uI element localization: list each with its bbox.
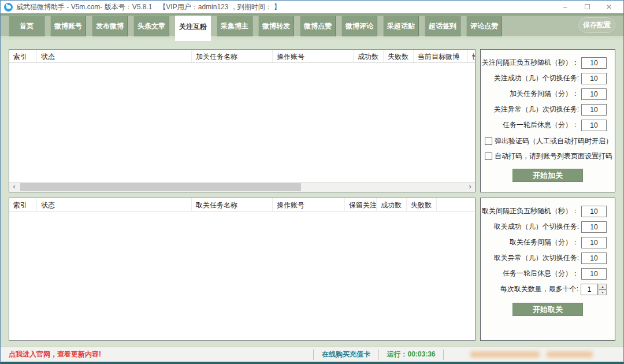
window-title: 威武猫微博助手 - V5m.com- 版本号：V5.8.1 【VIP用户：adm…	[16, 2, 281, 12]
scrollbar-track[interactable]	[19, 183, 465, 192]
column-header[interactable]: 取关任务名称	[192, 198, 273, 211]
follow-field-row: 任务一轮后休息（分）：	[481, 119, 607, 131]
maximize-icon	[585, 4, 590, 9]
column-header[interactable]: 成功数	[377, 198, 407, 211]
tab-comment-like[interactable]: 评论点赞	[466, 16, 502, 36]
unfollow-start-button[interactable]: 开始取关	[512, 303, 583, 316]
column-header[interactable]: 状态	[37, 50, 192, 62]
censored-text	[444, 351, 623, 358]
tab-weibo-repost[interactable]: 微博转发	[258, 16, 294, 36]
unfollow-settings-panel: 取关间隔正负五秒随机（秒）：取关成功（几）个切换任务:取关任务间隔（分）：取关异…	[480, 198, 615, 341]
unfollow-value-input[interactable]	[581, 252, 607, 264]
censored-bar	[547, 351, 593, 358]
checkbox-label: 自动打码，请到账号列表页面设置打码	[495, 151, 612, 161]
column-header[interactable]: 操作账号	[273, 198, 345, 211]
unfollow-field-row: 任务一轮后休息（分）：	[481, 268, 607, 280]
field-label: 关注异常（几）次切换任务:	[494, 105, 579, 114]
stepper-up-icon[interactable]: ▲	[599, 284, 607, 289]
field-label: 取关间隔正负五秒随机（秒）：	[482, 206, 579, 216]
follow-field-row: 关注异常（几）次切换任务:	[481, 103, 607, 116]
column-header[interactable]: 索引	[9, 50, 37, 62]
field-label: 关注成功（几）个切换任务:	[494, 73, 579, 83]
column-header[interactable]: 当前目标微博	[414, 50, 468, 62]
follow-value-input[interactable]	[581, 73, 607, 84]
run-timer: 运行：00:03:36	[379, 350, 443, 359]
scroll-left-icon[interactable]: ‹	[9, 183, 19, 192]
tab-bar: 首页微博账号发布微博头条文章关注互粉采集博主微博转发微博点赞微博评论采超话贴超话…	[1, 13, 623, 41]
run-label: 运行：	[387, 350, 407, 358]
stepper-down-icon[interactable]: ▼	[599, 289, 607, 295]
unfollow-field-row: 取关间隔正负五秒随机（秒）：	[481, 205, 607, 217]
follow-checkbox-row: 弹出验证码（人工或自动打码时开启）	[485, 136, 615, 146]
field-label: 关注间隔正负五秒随机（秒）：	[482, 58, 579, 68]
tables-column: 索引状态加关任务名称操作账号成功数失败数当前目标微博性别 ‹ › 索引状态取关任…	[9, 49, 476, 341]
follow-value-input[interactable]	[581, 120, 607, 131]
scrollbar-thumb[interactable]	[20, 183, 301, 191]
follow-value-input[interactable]	[581, 57, 607, 69]
follow-checkbox[interactable]	[485, 153, 492, 160]
follow-task-table: 索引状态加关任务名称操作账号成功数失败数当前目标微博性别 ‹ ›	[9, 49, 476, 192]
follow-settings-panel: 关注间隔正负五秒随机（秒）：关注成功（几）个切换任务:加关任务间隔（分）：关注异…	[480, 49, 615, 192]
unfollow-task-table: 索引状态取关任务名称操作账号保留关注成功数失败数	[9, 198, 476, 341]
scroll-right-icon[interactable]: ›	[465, 183, 475, 192]
follow-table-body	[9, 63, 475, 192]
minimize-button[interactable]: –	[554, 1, 576, 13]
column-header[interactable]: 成功数	[354, 50, 384, 62]
field-label: 取关成功（几）个切换任务:	[494, 222, 579, 232]
window-controls: – ✕	[554, 1, 620, 13]
follow-value-input[interactable]	[581, 104, 607, 116]
column-header[interactable]: 加关任务名称	[192, 50, 273, 62]
unfollow-value-input[interactable]	[581, 268, 607, 280]
follow-start-button[interactable]: 开始加关	[512, 169, 583, 182]
column-header[interactable]: 失败数	[407, 198, 437, 211]
unfollow-field-row: 每次取关数量，最多十个:▲▼	[481, 283, 607, 295]
field-label: 每次取关数量，最多十个:	[500, 284, 578, 294]
tab-collect-supertopic-post[interactable]: 采超话贴	[383, 16, 419, 36]
official-site-link[interactable]: 点我进入官网，查看更新内容!	[9, 350, 101, 358]
app-window: 威武猫微博助手 - V5m.com- 版本号：V5.8.1 【VIP用户：adm…	[0, 0, 624, 364]
tab-headline-article[interactable]: 头条文章	[133, 16, 169, 36]
follow-checkbox-row: 自动打码，请到账号列表页面设置打码	[485, 151, 615, 161]
checkbox-label: 弹出验证码（人工或自动打码时开启）	[495, 136, 612, 146]
unfollow-value-input[interactable]	[581, 221, 607, 233]
follow-table-header: 索引状态加关任务名称操作账号成功数失败数当前目标微博性别	[9, 50, 476, 63]
tab-weibo-like[interactable]: 微博点赞	[300, 16, 336, 36]
tab-home[interactable]: 首页	[9, 16, 44, 36]
tab-publish-weibo[interactable]: 发布微博	[92, 16, 128, 36]
follow-field-row: 关注间隔正负五秒随机（秒）：	[481, 57, 607, 69]
unfollow-table-header: 索引状态取关任务名称操作账号保留关注成功数失败数	[9, 198, 476, 211]
run-time: 00:03:36	[407, 350, 435, 358]
tab-supertopic-checkin[interactable]: 超话签到	[425, 16, 460, 36]
column-header[interactable]: 状态	[37, 198, 192, 211]
column-header[interactable]: 性别	[468, 50, 476, 62]
tab-collect-blogger[interactable]: 采集博主	[217, 16, 252, 36]
field-label: 任务一轮后休息（分）：	[503, 269, 579, 278]
title-bar: 威武猫微博助手 - V5m.com- 版本号：V5.8.1 【VIP用户：adm…	[1, 1, 623, 13]
tab-weibo-comment[interactable]: 微博评论	[341, 16, 377, 36]
field-label: 取关异常（几）次切换任务:	[494, 253, 579, 263]
field-label: 加关任务间隔（分）：	[510, 89, 579, 99]
unfollow-value-input[interactable]	[581, 284, 598, 295]
unfollow-value-input[interactable]	[581, 206, 607, 217]
column-header[interactable]: 失败数	[384, 50, 414, 62]
field-label: 取关任务间隔（分）：	[510, 237, 579, 247]
column-header[interactable]: 操作账号	[273, 50, 354, 62]
settings-column: 关注间隔正负五秒随机（秒）：关注成功（几）个切换任务:加关任务间隔（分）：关注异…	[480, 49, 615, 341]
maximize-button[interactable]	[576, 1, 598, 13]
quantity-stepper: ▲▼	[599, 284, 607, 295]
unfollow-value-input[interactable]	[581, 237, 607, 248]
follow-value-input[interactable]	[581, 88, 607, 100]
buy-card-link[interactable]: 在线购买充值卡	[314, 350, 378, 359]
column-header[interactable]: 索引	[9, 198, 37, 211]
tab-follow-mutual[interactable]: 关注互粉	[175, 16, 211, 41]
unfollow-field-row: 取关任务间隔（分）：	[481, 236, 607, 248]
close-button[interactable]: ✕	[598, 1, 620, 13]
main-content: 索引状态加关任务名称操作账号成功数失败数当前目标微博性别 ‹ › 索引状态取关任…	[1, 41, 623, 347]
tab-weibo-account[interactable]: 微博账号	[50, 16, 86, 36]
column-header[interactable]: 保留关注	[345, 198, 377, 211]
censored-bar	[470, 351, 540, 358]
follow-field-row: 关注成功（几）个切换任务:	[481, 72, 607, 84]
save-config-button[interactable]: 保存配置	[578, 17, 615, 33]
status-bar: 点我进入官网，查看更新内容! 在线购买充值卡 运行：00:03:36	[1, 347, 623, 362]
follow-checkbox[interactable]	[485, 138, 492, 145]
